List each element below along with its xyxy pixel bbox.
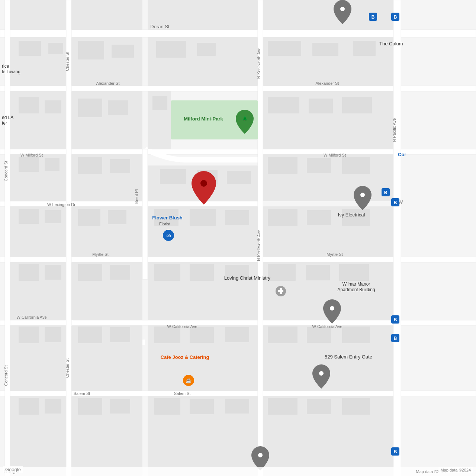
svg-text:The Calum: The Calum [379, 41, 403, 46]
svg-point-162 [319, 371, 324, 376]
svg-rect-91 [339, 264, 369, 281]
svg-text:Wilmar Manor: Wilmar Manor [342, 282, 370, 287]
svg-rect-102 [19, 398, 39, 415]
svg-rect-13 [71, 0, 142, 30]
svg-text:le Towing: le Towing [2, 69, 20, 74]
svg-rect-74 [78, 209, 100, 226]
svg-rect-52 [312, 43, 338, 56]
svg-rect-73 [45, 210, 61, 223]
svg-text:ter: ter [2, 120, 7, 126]
svg-rect-84 [78, 264, 102, 281]
svg-rect-78 [225, 210, 249, 225]
svg-text:B: B [394, 15, 397, 20]
svg-text:ed LA: ed LA [2, 115, 13, 120]
svg-text:B: B [394, 317, 397, 322]
svg-text:Doran St: Doran St [150, 24, 170, 29]
svg-point-151 [200, 180, 207, 187]
svg-text:Apartment Building: Apartment Building [337, 287, 375, 292]
svg-rect-58 [152, 96, 167, 110]
svg-text:Alexander St: Alexander St [316, 81, 339, 86]
svg-rect-111 [342, 398, 370, 415]
svg-text:Salem St: Salem St [74, 391, 90, 396]
svg-rect-65 [110, 159, 130, 173]
svg-rect-109 [268, 398, 298, 415]
svg-rect-158 [278, 290, 283, 292]
svg-text:Concord St: Concord St [4, 161, 8, 181]
svg-rect-105 [110, 399, 130, 414]
svg-text:Chester St: Chester St [65, 52, 70, 71]
svg-rect-79 [268, 209, 298, 226]
svg-rect-68 [227, 171, 251, 184]
svg-rect-110 [307, 399, 331, 414]
svg-rect-70 [307, 158, 331, 173]
svg-rect-64 [78, 157, 102, 174]
svg-rect-48 [112, 45, 134, 58]
svg-text:B: B [394, 449, 397, 454]
svg-rect-94 [78, 327, 102, 343]
svg-rect-56 [78, 99, 102, 117]
svg-point-155 [360, 193, 365, 197]
svg-text:Florist: Florist [159, 222, 170, 226]
svg-rect-106 [154, 398, 180, 415]
svg-rect-51 [268, 41, 301, 56]
svg-rect-179 [0, 467, 476, 476]
svg-text:Myrtle St: Myrtle St [327, 252, 342, 257]
svg-rect-69 [268, 157, 298, 174]
svg-text:Myrtle St: Myrtle St [92, 252, 108, 257]
svg-rect-93 [45, 327, 61, 342]
svg-rect-59 [268, 97, 299, 113]
svg-text:☕: ☕ [186, 377, 192, 384]
svg-text:N Kenilworth Ave: N Kenilworth Ave [257, 230, 261, 261]
svg-rect-108 [225, 399, 249, 414]
svg-rect-60 [309, 99, 333, 113]
map-svg: Doran St Alexander St Alexander St W Mil… [0, 0, 476, 476]
svg-text:B: B [372, 15, 375, 20]
svg-text:529 Salem Entry Gate: 529 Salem Entry Gate [325, 354, 372, 360]
svg-rect-107 [190, 399, 214, 414]
svg-rect-100 [307, 327, 331, 343]
svg-rect-54 [19, 97, 39, 113]
svg-text:W Milford St: W Milford St [324, 153, 346, 157]
svg-text:Brent Pl: Brent Pl [134, 189, 139, 204]
svg-text:🛍: 🛍 [166, 233, 171, 238]
svg-rect-66 [160, 169, 186, 184]
svg-rect-46 [48, 43, 63, 54]
svg-rect-57 [108, 100, 128, 115]
svg-rect-50 [197, 43, 216, 56]
svg-rect-95 [110, 327, 130, 342]
map-copyright: Map data ©2024 [438, 467, 473, 473]
svg-rect-85 [110, 265, 130, 280]
svg-text:Cafe Jooz & Catering: Cafe Jooz & Catering [161, 354, 209, 360]
google-logo: Google [3, 466, 23, 473]
svg-rect-71 [342, 157, 370, 174]
svg-text:B: B [384, 190, 387, 195]
svg-text:Loving Christ Ministry: Loving Christ Ministry [224, 275, 271, 281]
svg-text:B: B [394, 200, 397, 205]
svg-rect-9 [142, 149, 148, 279]
svg-text:Cor: Cor [398, 152, 406, 157]
svg-point-164 [258, 453, 263, 457]
svg-rect-62 [19, 157, 39, 172]
svg-text:Alexander St: Alexander St [96, 81, 120, 86]
svg-rect-104 [78, 398, 102, 415]
svg-rect-55 [45, 100, 61, 113]
svg-rect-99 [268, 327, 298, 343]
map-container[interactable]: Doran St Alexander St Alexander St W Mil… [0, 0, 476, 476]
svg-text:Chester St: Chester St [65, 358, 70, 378]
svg-rect-72 [19, 209, 39, 224]
svg-text:W Milford St: W Milford St [20, 153, 43, 157]
svg-rect-86 [154, 264, 180, 281]
svg-rect-8 [66, 0, 71, 476]
svg-text:Flower Blush: Flower Blush [152, 215, 183, 221]
svg-rect-63 [45, 158, 60, 171]
svg-rect-53 [353, 41, 376, 56]
svg-rect-97 [190, 327, 214, 343]
svg-rect-77 [190, 209, 216, 226]
svg-rect-75 [108, 210, 126, 224]
svg-rect-12 [10, 0, 66, 30]
svg-text:W Lexington Dr: W Lexington Dr [47, 202, 75, 207]
svg-rect-90 [306, 265, 330, 280]
svg-rect-89 [268, 264, 296, 281]
svg-text:rice: rice [2, 64, 9, 69]
svg-rect-83 [45, 265, 61, 280]
